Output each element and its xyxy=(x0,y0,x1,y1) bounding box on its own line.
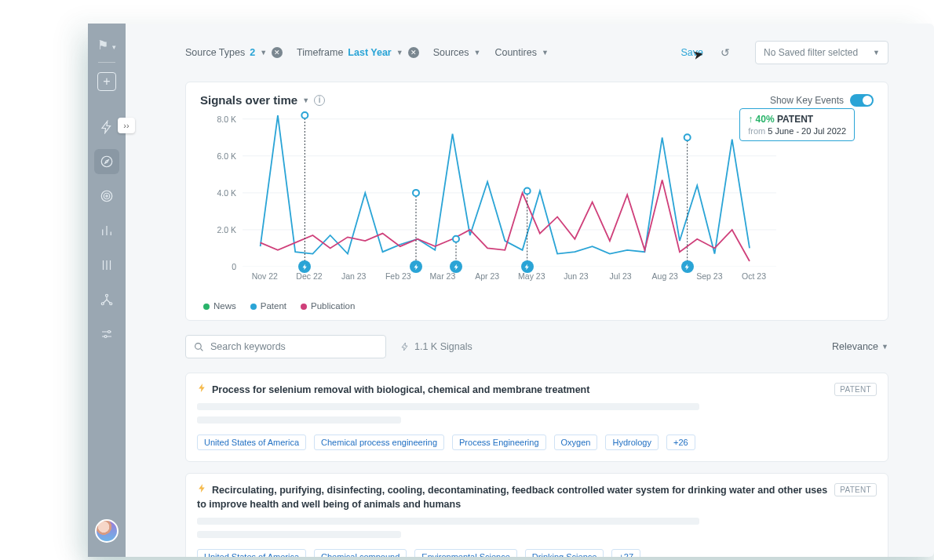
separator xyxy=(98,62,115,63)
filter-countries[interactable]: Countires ▼ xyxy=(494,47,548,58)
result-card[interactable]: PATENTProcess for selenium removal with … xyxy=(185,373,888,462)
skeleton-line xyxy=(197,531,401,538)
legend-item[interactable]: Patent xyxy=(250,301,286,311)
chevron-down-icon: ▼ xyxy=(302,96,309,104)
tag-more[interactable]: +26 xyxy=(666,435,695,450)
tag[interactable]: Environmental Science xyxy=(414,549,517,557)
tag[interactable]: Chemical compound xyxy=(314,549,407,557)
svg-point-2 xyxy=(104,193,110,199)
tag[interactable]: Process Engineering xyxy=(452,435,546,450)
svg-point-0 xyxy=(101,156,112,167)
svg-point-19 xyxy=(453,236,459,242)
columns-icon[interactable] xyxy=(94,253,119,278)
svg-point-8 xyxy=(104,336,107,338)
tag[interactable]: Hydrology xyxy=(605,435,659,450)
filter-sources[interactable]: Sources ▼ xyxy=(433,47,481,58)
x-axis-label: Jun 23 xyxy=(554,271,599,281)
chart-area: 02.0 K4.0 K6.0 K8.0 K Nov 22Dec 22Jan 23… xyxy=(210,110,874,296)
bolt-icon[interactable] xyxy=(94,115,119,140)
tag-list: United States of AmericaChemical compoun… xyxy=(197,549,877,557)
chart-legend: NewsPatentPublication xyxy=(203,301,874,311)
saved-filter-label: No Saved filter selcted xyxy=(764,47,858,58)
sidebar: ⚑ ▾ + ›› xyxy=(88,24,126,557)
filter-timeframe[interactable]: Timeframe Last Year ▼ ✕ xyxy=(297,47,419,58)
show-key-events-toggle[interactable]: Show Key Events xyxy=(770,94,874,107)
result-title: Recirculating, purifying, disinfecting, … xyxy=(197,483,877,511)
skeleton-line xyxy=(197,518,699,525)
chevron-down-icon: ▼ xyxy=(396,49,403,56)
tag-list: United States of AmericaChemical process… xyxy=(197,435,877,450)
x-axis-label: Aug 23 xyxy=(643,271,688,281)
clear-icon[interactable]: ✕ xyxy=(408,47,419,58)
avatar[interactable] xyxy=(95,519,119,543)
tag[interactable]: United States of America xyxy=(197,435,306,450)
x-axis-label: Apr 23 xyxy=(465,271,509,281)
tag-more[interactable]: +27 xyxy=(611,549,640,557)
network-icon[interactable] xyxy=(94,287,119,312)
chevron-down-icon: ▼ xyxy=(881,343,888,351)
search-icon xyxy=(194,342,204,352)
x-axis-label: Jan 23 xyxy=(331,271,376,281)
sidebar-expand-handle[interactable]: ›› xyxy=(118,118,135,133)
chevron-down-icon: ▼ xyxy=(260,49,267,56)
chevron-down-icon: ▼ xyxy=(542,49,549,56)
tag[interactable]: Oxygen xyxy=(554,435,598,450)
filter-value: Last Year xyxy=(348,47,391,58)
filter-source-types[interactable]: Source Types 2 ▼ ✕ xyxy=(185,47,283,58)
bolt-icon xyxy=(197,483,207,493)
x-axis-label: Dec 22 xyxy=(287,271,332,281)
svg-point-23 xyxy=(684,134,691,140)
skeleton-line xyxy=(197,416,401,424)
svg-point-24 xyxy=(195,343,202,349)
saved-filter-dropdown[interactable]: No Saved filter selcted ▼ xyxy=(755,41,888,64)
series-patent xyxy=(261,115,750,253)
tag[interactable]: United States of America xyxy=(197,549,306,557)
chart-plot xyxy=(243,110,776,267)
x-axis-label: Oct 23 xyxy=(732,271,776,281)
clear-icon[interactable]: ✕ xyxy=(272,47,283,58)
legend-item[interactable]: News xyxy=(203,301,236,311)
sliders-icon[interactable] xyxy=(94,322,119,347)
filter-value: 2 xyxy=(250,47,255,58)
compass-icon[interactable] xyxy=(94,149,119,174)
undo-icon[interactable]: ↺ xyxy=(721,46,730,59)
x-axis-label: May 23 xyxy=(509,271,554,281)
x-axis-label: Feb 23 xyxy=(376,271,421,281)
save-button[interactable]: Save ➤ xyxy=(681,47,704,58)
search-input[interactable]: Search keywords xyxy=(185,335,386,358)
chart-card: Signals over time ▼ i Show Key Events 02… xyxy=(185,82,888,321)
main-content: Source Types 2 ▼ ✕ Timeframe Last Year ▼… xyxy=(126,24,934,557)
legend-item[interactable]: Publication xyxy=(301,301,355,311)
signal-count: 1.1 K Signals xyxy=(400,341,472,352)
svg-point-1 xyxy=(101,191,112,202)
svg-point-21 xyxy=(524,188,531,195)
toggle-switch[interactable] xyxy=(850,94,874,107)
bolt-icon xyxy=(400,342,410,351)
result-badge: PATENT xyxy=(834,483,877,496)
y-axis-labels: 02.0 K4.0 K6.0 K8.0 K xyxy=(210,110,236,267)
svg-point-4 xyxy=(106,294,108,296)
tag[interactable]: Chemical process engineering xyxy=(314,435,444,450)
bolt-icon xyxy=(197,383,207,393)
info-icon[interactable]: i xyxy=(314,95,325,106)
chevron-down-icon: ▼ xyxy=(474,49,481,56)
filter-label: Source Types xyxy=(185,47,245,58)
target-icon[interactable] xyxy=(94,184,119,209)
x-axis-label: Nov 22 xyxy=(243,271,287,281)
skeleton-line xyxy=(197,403,699,410)
chart-title[interactable]: Signals over time ▼ i xyxy=(200,93,325,107)
bar-chart-icon[interactable] xyxy=(94,218,119,243)
search-placeholder: Search keywords xyxy=(210,341,286,352)
add-button[interactable]: + xyxy=(97,72,116,91)
search-row: Search keywords 1.1 K Signals Relevance … xyxy=(185,335,888,358)
result-title: Process for selenium removal with biolog… xyxy=(197,383,877,397)
sort-dropdown[interactable]: Relevance ▼ xyxy=(832,341,888,352)
chevron-down-icon: ▼ xyxy=(873,49,880,56)
result-card[interactable]: PATENTRecirculating, purifying, disinfec… xyxy=(185,473,888,557)
results-list: PATENTProcess for selenium removal with … xyxy=(185,373,888,557)
flag-icon[interactable]: ⚑ ▾ xyxy=(97,38,115,53)
svg-point-15 xyxy=(301,112,308,118)
cursor-icon: ➤ xyxy=(691,46,704,63)
x-axis-label: Jul 23 xyxy=(598,271,643,281)
tag[interactable]: Drinking Science xyxy=(525,549,604,557)
